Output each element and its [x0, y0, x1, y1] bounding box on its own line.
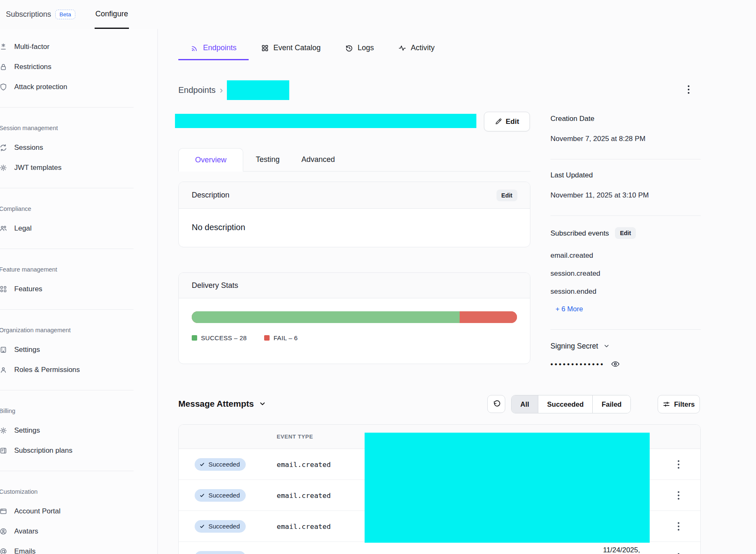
sidebar-item-label: Attack protection [14, 83, 67, 91]
tab-activity[interactable]: Activity [386, 38, 447, 60]
tab-testing[interactable]: Testing [256, 148, 280, 171]
tab-label: Activity [411, 44, 435, 52]
legend-success: SUCCESS – 28 [192, 334, 247, 341]
edit-subscribed-events-button[interactable]: Edit [615, 227, 636, 239]
sidebar-section-customization: Customization [0, 488, 157, 495]
rss-icon [190, 44, 199, 52]
tab-logs[interactable]: Logs [333, 38, 386, 60]
subscribed-event: session.ended [550, 287, 701, 296]
row-menu-button[interactable] [674, 457, 683, 472]
sidebar-item-legal[interactable]: Legal [0, 218, 157, 239]
top-navigation: Subscriptions Beta Configure [0, 0, 756, 29]
chevron-down-icon [603, 343, 610, 349]
sidebar-item-features[interactable]: Features [0, 279, 157, 299]
sidebar-item-jwt-templates[interactable]: JWT templates [0, 158, 157, 178]
sidebar-item-label: JWT templates [14, 164, 62, 172]
signing-secret-value-row: ••••••••••••• [550, 359, 701, 369]
table-row[interactable]: Succeeded email.created 01KAT66RT7Q6C5G9… [179, 542, 700, 554]
description-card-header: Description Edit [179, 182, 530, 209]
description-title: Description [192, 191, 229, 200]
sidebar-item-label: Emails [14, 547, 36, 554]
configure-label: Configure [95, 10, 128, 18]
sidebar-divider [0, 309, 134, 310]
segment-failed[interactable]: Failed [592, 395, 630, 413]
description-card: Description Edit No description [178, 182, 530, 247]
segment-succeeded[interactable]: Succeeded [538, 395, 592, 413]
eye-icon [611, 359, 620, 369]
pencil-icon [495, 118, 502, 125]
page: Subscriptions Beta Configure Multi-facto… [0, 0, 756, 554]
tab-overview[interactable]: Overview [178, 148, 243, 172]
sidebar-item-label: Features [14, 285, 42, 293]
creation-date-value: November 7, 2025 at 8:28 PM [550, 134, 701, 143]
breadcrumb-endpoints-link[interactable]: Endpoints [178, 85, 216, 95]
subscribed-events-label: Subscribed events [550, 229, 609, 238]
tab-subscriptions[interactable]: Subscriptions Beta [6, 0, 75, 29]
signing-secret-row[interactable]: Signing Secret [550, 341, 701, 351]
kebab-icon [688, 85, 689, 87]
building-icon [0, 346, 8, 354]
user-role-icon [0, 366, 8, 374]
activity-icon [398, 44, 406, 52]
edit-description-button[interactable]: Edit [496, 190, 517, 201]
message-attempts-header[interactable]: Message Attempts [178, 399, 266, 409]
tab-endpoints[interactable]: Endpoints [178, 38, 249, 60]
sidebar-divider [0, 107, 134, 108]
delivery-stats-legend: SUCCESS – 28 FAIL – 6 [192, 334, 517, 341]
sidebar-item-multi-factor[interactable]: Multi-factor [0, 37, 157, 57]
sidebar-item-label: Settings [14, 426, 40, 435]
message-attempts-title: Message Attempts [178, 399, 254, 409]
success-legend-label: SUCCESS – 28 [201, 334, 247, 341]
filters-button[interactable]: Filters [658, 395, 700, 413]
signing-secret-masked: ••••••••••••• [550, 360, 604, 369]
subscribed-event: email.created [550, 251, 701, 260]
endpoint-menu-button[interactable] [684, 82, 694, 97]
row-menu-button[interactable] [674, 519, 683, 533]
edit-endpoint-button[interactable]: Edit [484, 112, 530, 131]
tab-label: Overview [195, 156, 226, 164]
refresh-icon [492, 400, 500, 408]
sidebar-item-label: Sessions [14, 144, 43, 152]
sidebar-item-label: Settings [14, 346, 40, 354]
success-swatch-icon [192, 335, 197, 341]
subscriptions-label: Subscriptions [6, 10, 51, 19]
sidebar-item-label: Avatars [14, 527, 38, 536]
row-menu-button[interactable] [674, 488, 683, 503]
sidebar-item-sessions[interactable]: Sessions [0, 138, 157, 158]
delivery-stats-title: Delivery Stats [192, 281, 238, 290]
sidebar-item-avatars[interactable]: Avatars [0, 521, 157, 541]
sidebar-item-billing-settings[interactable]: Settings [0, 421, 157, 441]
tab-event-catalog[interactable]: Event Catalog [249, 38, 333, 60]
gear-icon [0, 426, 8, 435]
redaction-endpoint-name [227, 80, 289, 100]
gear-icon [0, 164, 8, 172]
row-menu-button[interactable] [674, 550, 683, 554]
sidebar-item-roles-permissions[interactable]: Roles & Permissions [0, 360, 157, 380]
more-events-link[interactable]: + 6 More [550, 305, 583, 313]
sidebar-item-attack-protection[interactable]: Attack protection [0, 77, 157, 97]
asterisk-icon [0, 43, 8, 51]
sidebar-item-restrictions[interactable]: Restrictions [0, 57, 157, 77]
sidebar-section-feature-management: Feature management [0, 266, 157, 273]
check-icon [199, 492, 205, 498]
sidebar-section-session-management: Session management [0, 124, 157, 132]
delivery-stats-body: SUCCESS – 28 FAIL – 6 [179, 298, 530, 341]
sidebar-item-emails[interactable]: Emails [0, 541, 157, 554]
sidebar-item-account-portal[interactable]: Account Portal [0, 501, 157, 521]
last-updated-value: November 11, 2025 at 3:10 PM [550, 191, 701, 200]
tab-advanced[interactable]: Advanced [301, 148, 335, 171]
subscribed-events-row: Subscribed events Edit [550, 227, 701, 239]
delivery-stats-header: Delivery Stats [179, 273, 530, 298]
status-badge: Succeeded [195, 458, 246, 471]
sidebar-item-label: Legal [14, 224, 32, 233]
refresh-button[interactable] [487, 395, 505, 413]
sidebar-divider [0, 471, 134, 471]
message-attempts-table: EVENT TYPE Succeeded email.created Succe… [178, 424, 701, 554]
reveal-secret-button[interactable] [610, 359, 620, 369]
rotate-icon [0, 144, 8, 152]
history-icon [345, 44, 353, 52]
sidebar-item-org-settings[interactable]: Settings [0, 340, 157, 360]
segment-all[interactable]: All [512, 395, 538, 413]
tab-configure[interactable]: Configure [95, 0, 129, 29]
sidebar-item-subscription-plans[interactable]: Subscription plans [0, 441, 157, 461]
